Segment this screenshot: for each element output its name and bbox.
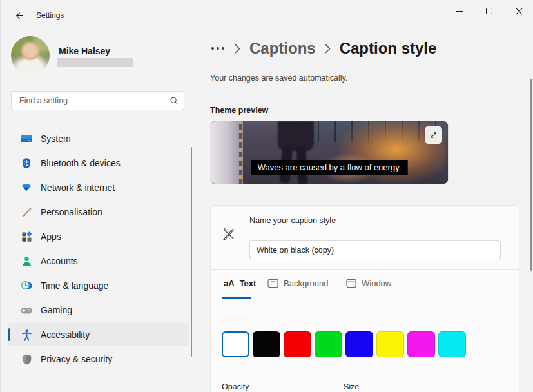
tab-background[interactable]: Background (267, 279, 328, 288)
sidebar-scrollbar[interactable] (191, 147, 192, 357)
sidebar-item-gaming[interactable]: Gaming (8, 299, 189, 322)
caption-preview-text: Waves are caused by a flow of energy. (251, 160, 408, 175)
sidebar-item-label: Bluetooth & devices (41, 158, 121, 168)
swatch-cyan[interactable] (438, 331, 466, 357)
search-input[interactable] (12, 96, 164, 105)
sidebar-nav: System Bluetooth & devices Network & int… (1, 126, 194, 372)
colour-label: Colour (224, 313, 247, 322)
name-caption-style-label: Name your caption style (249, 216, 336, 225)
name-section: Name your caption style (211, 206, 519, 270)
breadcrumb: Captions Caption style (210, 37, 436, 59)
sidebar-item-label: Privacy & security (41, 354, 112, 364)
more-ellipsis-icon[interactable] (210, 44, 226, 52)
maximize-icon (486, 8, 492, 14)
chevron-right-icon (325, 44, 331, 54)
tab-text[interactable]: aA Text (224, 279, 256, 288)
chevron-right-icon (235, 44, 240, 54)
maximize-button[interactable] (474, 0, 504, 22)
swatch-red[interactable] (284, 331, 311, 357)
sidebar-item-bluetooth[interactable]: Bluetooth & devices (8, 152, 189, 175)
sidebar-item-label: Personalisation (41, 207, 102, 217)
opacity-label: Opacity (222, 382, 249, 391)
tab-window[interactable]: Window (346, 279, 391, 288)
sidebar-item-label: Gaming (41, 305, 72, 315)
style-tabbar: aA Text Background Window (211, 270, 519, 300)
main-scrollbar[interactable] (530, 79, 532, 271)
sidebar-item-privacy[interactable]: Privacy & security (8, 348, 189, 371)
search-icon[interactable] (164, 96, 184, 105)
back-button[interactable] (8, 6, 29, 24)
sidebar-item-label: Accessibility (41, 329, 90, 340)
rename-pencil-icon (221, 226, 237, 242)
sidebar-item-accounts[interactable]: Accounts (8, 250, 189, 273)
profile-name: Mike Halsey (59, 46, 110, 56)
swatch-magenta[interactable] (407, 331, 435, 357)
sidebar-item-label: Apps (41, 231, 61, 242)
tab-label: Background (284, 279, 328, 288)
background-T-icon (267, 279, 278, 288)
accounts-icon (20, 255, 33, 268)
swatch-black[interactable] (253, 331, 280, 357)
page-title: Caption style (340, 39, 437, 57)
sidebar-item-label: System (41, 133, 71, 144)
sidebar-item-apps[interactable]: Apps (8, 225, 189, 248)
caption-style-name-input[interactable] (249, 240, 501, 259)
tab-label: Text (240, 279, 257, 288)
profile-email-redacted (57, 58, 133, 67)
sidebar-item-network[interactable]: Network & internet (8, 176, 189, 199)
sidebar-item-label: Network & internet (41, 182, 115, 193)
sidebar-item-personalisation[interactable]: Personalisation (8, 201, 189, 224)
search-box[interactable] (11, 91, 184, 110)
swatch-yellow[interactable] (376, 331, 404, 357)
size-label: Size (344, 382, 359, 391)
expand-diagonal-icon (429, 131, 438, 139)
swatch-blue[interactable] (345, 331, 373, 357)
sidebar-item-system[interactable]: System (8, 127, 189, 150)
sidebar-item-label: Time & language (41, 280, 108, 291)
app-title: Settings (36, 11, 64, 20)
accessibility-icon (20, 328, 33, 341)
titlebar: Settings (1, 0, 533, 26)
caption-style-card: Name your caption style aA Text Backgrou… (210, 205, 519, 392)
swatch-white[interactable] (222, 331, 249, 357)
network-icon (20, 181, 33, 194)
time-language-icon (20, 279, 33, 292)
sidebar-item-accessibility[interactable]: Accessibility (8, 323, 189, 346)
breadcrumb-captions[interactable]: Captions (249, 39, 316, 57)
personalisation-icon (20, 206, 33, 219)
sidebar-item-time-language[interactable]: Time & language (8, 274, 189, 297)
system-icon (20, 132, 33, 145)
minimize-button[interactable] (445, 0, 474, 22)
autosave-note: Your changes are saved automatically. (210, 74, 347, 83)
privacy-icon (20, 353, 33, 366)
minimize-icon (456, 11, 463, 12)
avatar (11, 36, 50, 75)
apps-icon (20, 230, 33, 243)
gaming-icon (20, 304, 33, 317)
swatch-green[interactable] (315, 331, 342, 357)
theme-preview-image: Waves are caused by a flow of energy. (210, 121, 449, 184)
close-button[interactable] (504, 0, 533, 22)
back-arrow-icon (14, 11, 24, 21)
selected-tab-underline (222, 297, 251, 299)
sidebar-item-label: Accounts (41, 256, 78, 266)
tab-label: Window (362, 279, 391, 288)
text-aA-icon: aA (224, 279, 235, 288)
close-icon (516, 8, 523, 15)
window-frame-icon (346, 279, 356, 288)
selected-indicator (8, 328, 10, 341)
expand-preview-button[interactable] (425, 126, 442, 144)
colour-swatches (222, 331, 466, 357)
bluetooth-icon (20, 157, 33, 170)
theme-preview-label: Theme preview (210, 106, 268, 115)
